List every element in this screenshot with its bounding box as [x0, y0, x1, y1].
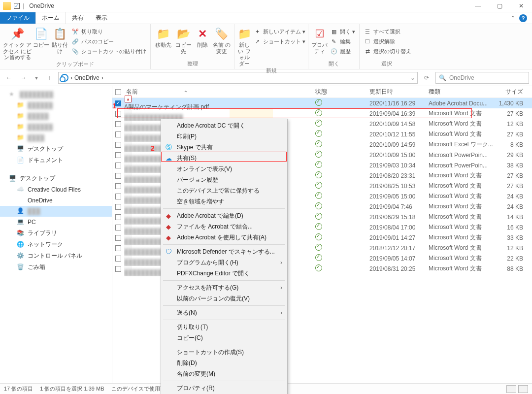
edit-button[interactable]: ✎編集	[329, 37, 356, 46]
ctx-defender-scan[interactable]: 🛡Microsoft Defender でスキャンする...	[162, 246, 286, 257]
search-input[interactable]: 🔍 OneDrive	[435, 72, 529, 84]
sidebar-recent3[interactable]: 📁██████	[0, 122, 112, 132]
ctx-restore-versions[interactable]: 以前のバージョンの復元(V)	[162, 293, 286, 304]
ctx-skype-share[interactable]: ⓈSkype で共有	[162, 142, 286, 153]
ctx-rename[interactable]: 名前の変更(M)	[162, 368, 286, 379]
ctx-grant-access[interactable]: アクセスを許可する(G)›	[162, 282, 286, 293]
ctx-print[interactable]: 印刷(P)	[162, 131, 286, 142]
sidebar-recyclebin[interactable]: 🗑️ごみ箱	[0, 262, 112, 273]
properties-button[interactable]: ☑プロパティ	[311, 26, 328, 54]
new-folder-button[interactable]: 📁新しい フォルダー	[237, 26, 251, 67]
new-item-button[interactable]: ✦新しいアイテム ▾	[252, 27, 306, 36]
refresh-button[interactable]: ⟳	[421, 72, 432, 84]
sidebar-pc[interactable]: 💻PC	[0, 217, 112, 228]
select-all-button[interactable]: ☰すべて選択	[363, 27, 412, 36]
ctx-acrobat-combine[interactable]: ◆ファイルを Acrobat で結合...	[162, 221, 286, 232]
ctx-free-space[interactable]: 空き領域を増やす	[162, 196, 286, 207]
sidebar-ccf[interactable]: ☁️Creative Cloud Files	[0, 184, 112, 195]
invert-selection-button[interactable]: ⇄選択の切り替え	[363, 47, 412, 56]
copy-path-button[interactable]: 🔗パスのコピー	[70, 37, 147, 46]
row-checkbox[interactable]	[115, 183, 121, 189]
sidebar-recent2[interactable]: 📁█████	[0, 111, 112, 122]
easy-access-button[interactable]: ↗ショートカット ▾	[252, 37, 306, 46]
open-button[interactable]: ▦開く ▾	[329, 27, 356, 36]
row-checkbox[interactable]	[115, 214, 121, 220]
copy-to-button[interactable]: 📂コピー先	[174, 26, 193, 54]
ctx-acrobat-share[interactable]: ◆Adobe Acrobat を使用して共有(A)	[162, 232, 286, 243]
tab-file[interactable]: ファイル	[0, 12, 35, 24]
tab-view[interactable]: 表示	[90, 12, 113, 24]
ctx-view-online[interactable]: オンラインで表示(V)	[162, 164, 286, 174]
sidebar-desktop[interactable]: 🖥️デスクトップ	[0, 143, 112, 155]
breadcrumb-root[interactable]: OneDrive	[74, 74, 100, 81]
sidebar-onedrive[interactable]: OneDrive	[0, 195, 112, 206]
nav-back-button[interactable]: ←	[3, 72, 15, 84]
row-checkbox[interactable]	[115, 266, 121, 272]
minimize-button[interactable]: —	[467, 0, 489, 12]
row-checkbox[interactable]	[115, 235, 121, 241]
sidebar-network[interactable]: 🌐ネットワーク	[0, 239, 112, 250]
rename-button[interactable]: 🏷️名前 の変更	[212, 26, 231, 54]
breadcrumb-dropdown-icon[interactable]: ⌄	[410, 74, 415, 81]
row-checkbox[interactable]	[115, 163, 121, 168]
row-checkbox[interactable]	[115, 173, 121, 179]
paste-button[interactable]: 📋貼り付け	[50, 26, 69, 54]
qat-check-icon[interactable]: ✓	[14, 3, 20, 9]
delete-button[interactable]: ✕削除	[194, 26, 211, 48]
row-checkbox[interactable]	[115, 131, 121, 137]
ribbon-collapse-icon[interactable]: ⌃	[510, 15, 515, 22]
ctx-copy[interactable]: コピー(C)	[162, 332, 286, 343]
row-checkbox[interactable]	[115, 256, 121, 262]
col-name[interactable]: 名前	[126, 88, 138, 95]
breadcrumb[interactable]: › OneDrive › ⌄	[58, 72, 418, 84]
row-checkbox[interactable]	[115, 111, 121, 117]
row-checkbox[interactable]	[115, 121, 121, 127]
ctx-open-acrobat[interactable]: Adobe Acrobat DC で開く	[162, 120, 286, 131]
sidebar-libraries[interactable]: 📚ライブラリ	[0, 228, 112, 239]
history-button[interactable]: 🕘履歴	[329, 47, 356, 56]
ctx-delete[interactable]: 削除(D)	[162, 358, 286, 368]
sidebar-recent4[interactable]: 📁████	[0, 132, 112, 143]
ctx-send-to[interactable]: 送る(N)›	[162, 307, 286, 318]
ctx-properties[interactable]: プロパティ(R)	[162, 383, 286, 394]
view-icons-button[interactable]	[518, 385, 528, 393]
ctx-version-history[interactable]: バージョン履歴	[162, 174, 286, 185]
help-icon[interactable]: ?	[519, 14, 527, 22]
copy-button[interactable]: 📄コピー	[33, 26, 49, 48]
col-size[interactable]: サイズ	[493, 88, 532, 96]
cut-button[interactable]: ✂️切り取り	[70, 27, 147, 36]
ctx-pdfxchange[interactable]: PDFXChange Editor で開く	[162, 268, 286, 279]
row-checkbox[interactable]	[115, 245, 121, 251]
sidebar[interactable]: ★████████ 📁██████ 📁█████ 📁██████ 📁████ 🖥…	[0, 86, 112, 390]
ctx-create-shortcut[interactable]: ショートカットの作成(S)	[162, 347, 286, 358]
ctx-acrobat-edit[interactable]: ◆Adobe Acrobat で編集(D)	[162, 210, 286, 221]
ctx-open-with[interactable]: プログラムから開く(H)›	[162, 257, 286, 268]
ctx-always-keep[interactable]: このデバイス上で常に保持する	[162, 185, 286, 196]
sidebar-quickaccess[interactable]: ★████████	[0, 89, 112, 100]
row-checkbox[interactable]	[115, 194, 121, 199]
sidebar-user[interactable]: 👤███	[0, 206, 112, 217]
nav-forward-button[interactable]: →	[18, 72, 30, 84]
select-none-button[interactable]: ☐選択解除	[363, 37, 412, 46]
sidebar-controlpanel[interactable]: ⚙️コントロール パネル	[0, 250, 112, 262]
col-status[interactable]: 状態	[315, 88, 369, 96]
row-checkbox[interactable]	[115, 142, 121, 148]
tab-home[interactable]: ホーム	[35, 12, 66, 24]
ctx-share[interactable]: ☁共有(S)	[162, 153, 286, 164]
row-checkbox[interactable]	[115, 152, 121, 158]
paste-shortcut-button[interactable]: 📎ショートカットの貼り付け	[70, 47, 147, 56]
selectall-checkbox[interactable]	[115, 89, 121, 95]
col-date[interactable]: 更新日時	[369, 88, 429, 96]
pin-quickaccess-button[interactable]: 📌クイック アクセス にピン留めする	[3, 26, 32, 61]
close-button[interactable]: ✕	[510, 0, 532, 12]
sidebar-recent1[interactable]: 📁██████	[0, 100, 112, 111]
maximize-button[interactable]: ▢	[489, 0, 510, 12]
move-to-button[interactable]: 📁移動先	[154, 26, 173, 48]
nav-up-button[interactable]: ↑	[43, 72, 55, 84]
col-type[interactable]: 種類	[429, 88, 493, 96]
sidebar-desktop2[interactable]: 🖥️デスクトップ	[0, 173, 112, 184]
nav-recent-button[interactable]: ▾	[33, 72, 40, 84]
ctx-cut[interactable]: 切り取り(T)	[162, 322, 286, 332]
sidebar-documents[interactable]: 📄ドキュメント	[0, 155, 112, 166]
row-checkbox[interactable]	[115, 225, 121, 230]
